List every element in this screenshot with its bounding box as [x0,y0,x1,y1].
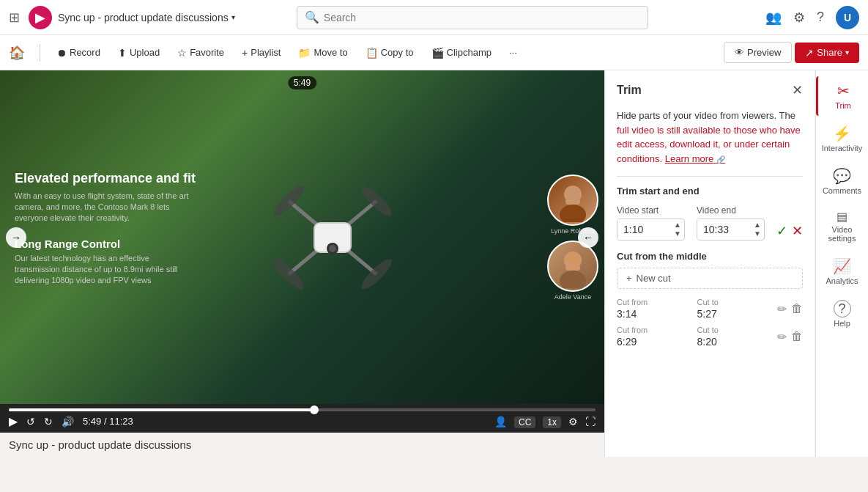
cut-entry-1: Cut from 3:14 Cut to 5:27 ✏ 🗑 [617,298,803,320]
clipchamp-label: Clipchamp [447,47,492,58]
speaker-2-wrap: Adele Vance [547,241,598,301]
sidebar-item-help[interactable]: ? Help [816,294,868,334]
record-button[interactable]: ⏺ Record [49,44,108,62]
analytics-label: Analytics [826,276,858,285]
video-end-label: Video end [697,205,765,216]
time-current: 5:49 [83,416,101,427]
share-label: Share [817,47,842,58]
trim-header: Trim ✕ [617,82,803,98]
svg-rect-16 [565,265,580,271]
back-button[interactable]: ↺ [26,416,35,427]
settings-icon[interactable]: ⚙ [793,10,805,26]
svg-point-12 [560,205,586,222]
sidebar-item-interactivity[interactable]: ⚡ Interactivity [816,119,868,158]
share-icon: ↗ [805,47,814,59]
search-bar[interactable]: 🔍 [297,6,648,29]
trim-info-box: Hide parts of your video from viewers. T… [617,109,803,166]
cut2-to-value: 8:20 [697,336,766,348]
favorite-label: Favorite [190,47,224,58]
upload-button[interactable]: ⬆ Upload [111,44,167,62]
favorite-button[interactable]: ☆ Favorite [170,44,231,62]
help-label: Help [834,319,850,328]
forward-button[interactable]: ↻ [44,416,53,427]
video-end-input[interactable] [697,219,751,240]
overlay-sub2: Our latest technology has an effective t… [15,253,190,287]
brand-logo: ▶ [29,6,52,29]
cut1-from-field: Cut from 3:14 [617,298,686,320]
video-settings-button[interactable]: ⚙ [568,416,578,427]
share-button[interactable]: ↗ Share ▾ [795,43,859,63]
sidebar-item-comments[interactable]: 💬 Comments [816,161,868,201]
clipchamp-icon: 🎬 [431,47,444,59]
playlist-label: Playlist [251,47,281,58]
video-start-up[interactable]: ▲ [671,221,684,230]
clipchamp-button[interactable]: 🎬 Clipchamp [424,44,499,62]
share-chevron: ▾ [845,48,849,56]
grid-icon[interactable]: ⊞ [9,10,20,26]
home-button[interactable]: 🏠 [9,45,25,61]
cut1-to-value: 5:27 [697,308,766,320]
help-icon[interactable]: ? [817,10,824,25]
cut2-to-label: Cut to [697,326,766,334]
avatar[interactable]: U [836,6,859,29]
more-button[interactable]: ··· [502,44,524,61]
fullscreen-button[interactable]: ⛶ [585,416,596,427]
app-title-chevron: ▾ [231,13,235,21]
video-content: Elevated performance and fit With an eas… [0,70,604,404]
video-end-up[interactable]: ▲ [751,221,764,230]
video-end-input-group[interactable]: ▲ ▼ [697,219,765,241]
preview-icon: 👁 [735,47,744,58]
preview-label: Preview [747,47,781,58]
speed-button[interactable]: 1x [543,415,561,428]
moveto-button[interactable]: 📁 Move to [291,44,355,62]
app-title[interactable]: Sync up - product update discussions ▾ [58,12,235,23]
cut1-to-field: Cut to 5:27 [697,298,766,320]
playlist-button[interactable]: + Playlist [234,44,288,62]
cut2-delete-button[interactable]: 🗑 [791,330,803,344]
cut1-actions: ✏ 🗑 [777,302,803,316]
trim-start-end-title: Trim start and end [617,186,803,197]
upload-label: Upload [130,47,160,58]
moveto-label: Move to [314,47,347,58]
favorite-icon: ☆ [177,47,187,59]
time-inputs: Video start ▲ ▼ Video end ▲ [617,205,803,241]
video-title-bar: Sync up - product update discussions [0,433,604,457]
progress-bar-container[interactable] [9,408,596,411]
app-title-text: Sync up - product update discussions [58,12,229,23]
cut1-edit-button[interactable]: ✏ [777,302,787,316]
copyto-button[interactable]: 📋 Copy to [358,44,421,62]
video-title: Sync up - product update discussions [9,438,191,451]
sidebar-item-trim[interactable]: ✂ Trim [816,76,868,116]
cut1-delete-button[interactable]: 🗑 [791,302,803,316]
right-sidebar: ✂ Trim ⚡ Interactivity 💬 Comments ▤ Vide… [815,70,868,457]
avatar-button[interactable]: 👤 [494,416,507,427]
sidebar-item-analytics[interactable]: 📈 Analytics [816,251,868,291]
play-button[interactable]: ▶ [9,414,18,428]
progress-track[interactable] [9,408,596,411]
cut1-to-label: Cut to [697,298,766,306]
confirm-trim-button[interactable]: ✓ [776,223,787,239]
preview-button[interactable]: 👁 Preview [724,42,792,63]
cancel-trim-button[interactable]: ✕ [792,223,803,239]
captions-button[interactable]: CC [514,415,535,428]
new-cut-button[interactable]: + New cut [617,268,803,289]
collab-icon[interactable]: 👥 [765,10,782,26]
video-start-input-group[interactable]: ▲ ▼ [617,219,685,241]
video-start-input[interactable] [617,219,671,240]
learn-more-link[interactable]: Learn more 🔗 [665,153,725,164]
volume-button[interactable]: 🔊 [62,416,74,427]
video-start-down[interactable]: ▼ [671,230,684,238]
svg-point-10 [329,245,336,252]
trim-close-button[interactable]: ✕ [792,82,803,98]
captions-badge: CC [514,416,535,428]
moveto-icon: 📁 [298,47,311,59]
progress-thumb [310,405,319,414]
sidebar-item-video-settings[interactable]: ▤ Video settings [816,204,868,249]
trim-left-arrow[interactable]: → [6,227,26,248]
search-input[interactable] [324,12,640,23]
trim-right-arrow[interactable]: ← [578,227,598,248]
speaker-1-wrap: Lynne Robbins [547,175,598,235]
video-end-down[interactable]: ▼ [751,230,764,238]
video-end-field: Video end ▲ ▼ [697,205,765,241]
cut2-edit-button[interactable]: ✏ [777,330,787,344]
